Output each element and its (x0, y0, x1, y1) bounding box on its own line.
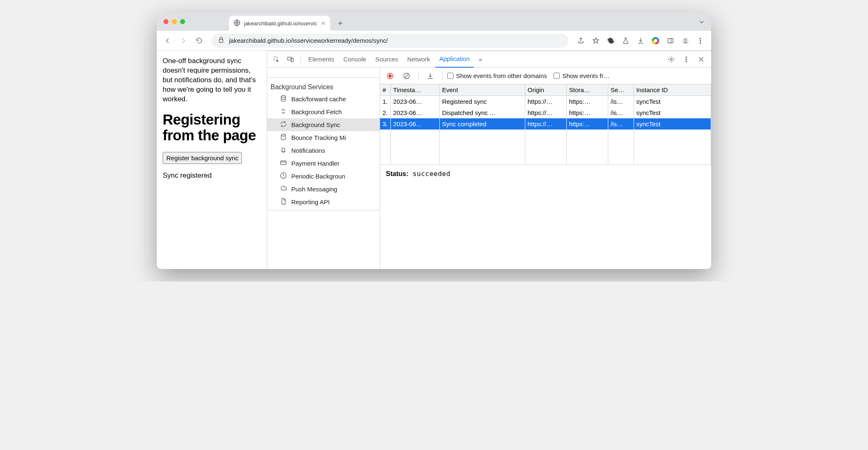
events-toolbar: Show events from other domains Show even… (380, 68, 711, 84)
notifications-icon (280, 146, 287, 155)
inspect-element-button[interactable] (270, 53, 283, 66)
sidebar-item-payment-handler[interactable]: Payment Handler (267, 157, 380, 170)
column-header[interactable]: Se… (608, 84, 634, 96)
svg-rect-1 (219, 39, 223, 42)
table-row[interactable]: 2.2023-06…Dispatched sync …https://…http… (380, 107, 711, 118)
record-button[interactable] (383, 69, 397, 83)
close-tab-button[interactable] (320, 20, 326, 26)
push-messaging-icon (280, 185, 287, 193)
column-header[interactable]: Event (439, 84, 525, 96)
show-other-domains-checkbox[interactable]: Show events from other domains (447, 72, 547, 79)
sidebar-item-periodic-backgroun[interactable]: Periodic Backgroun (267, 170, 380, 183)
devtools-sidebar: Background Services Back/forward cacheBa… (267, 68, 380, 269)
bookmark-button[interactable] (589, 34, 602, 47)
clear-button[interactable] (400, 69, 413, 83)
background-sync-icon (280, 120, 287, 129)
devtools-tab-console[interactable]: Console (339, 51, 371, 68)
svg-rect-2 (668, 38, 673, 43)
column-header[interactable]: # (380, 84, 390, 96)
labs-button[interactable] (619, 34, 632, 47)
google-apps-button[interactable] (649, 34, 662, 47)
forward-button[interactable] (177, 34, 190, 47)
table-row-empty (380, 130, 711, 141)
fullscreen-window-button[interactable] (180, 19, 185, 24)
page-heading: Registering from the page (163, 112, 261, 144)
web-page: One-off background sync doesn't require … (157, 51, 267, 269)
column-header[interactable]: Instance ID (634, 84, 711, 96)
sidebar-item-label: Back/forward cache (291, 95, 346, 103)
minimize-window-button[interactable] (172, 19, 177, 24)
sidebar-item-notifications[interactable]: Notifications (267, 144, 380, 157)
extensions-button[interactable] (604, 34, 617, 47)
events-table: #Timesta…EventOriginStora…Se…Instance ID… (380, 84, 711, 165)
reporting-api-icon (280, 198, 287, 206)
register-sync-button[interactable]: Register background sync (163, 152, 242, 164)
tab-title: jakearchibald.github.io/isservic (244, 20, 317, 27)
svg-rect-17 (280, 161, 286, 165)
sidebar-item-background-sync[interactable]: Background Sync (267, 118, 380, 131)
browser-tab[interactable]: jakearchibald.github.io/isservic (229, 16, 330, 31)
close-window-button[interactable] (163, 19, 168, 24)
background-fetch-icon (280, 108, 287, 116)
more-tabs-button[interactable]: » (475, 51, 486, 68)
svg-point-6 (700, 40, 701, 41)
table-row-empty (380, 153, 711, 164)
devtools-settings-button[interactable] (665, 53, 678, 66)
devtools-menu-button[interactable] (680, 53, 693, 66)
sidebar-item-bounce-tracking-mi[interactable]: Bounce Tracking Mi (267, 131, 380, 144)
devtools-panel: ElementsConsoleSourcesNetworkApplication… (267, 51, 711, 269)
device-toggle-button[interactable] (284, 53, 297, 66)
new-tab-button[interactable] (334, 17, 346, 29)
svg-point-13 (686, 59, 687, 59)
sidebar-item-back-forward-cache[interactable]: Back/forward cache (267, 93, 380, 105)
sidebar-item-label: Payment Handler (291, 160, 339, 167)
table-header-row: #Timesta…EventOriginStora…Se…Instance ID (380, 84, 711, 96)
devtools-tab-elements[interactable]: Elements (304, 51, 339, 68)
profile-button[interactable] (679, 34, 692, 47)
svg-point-14 (686, 61, 687, 62)
devtools-tab-sources[interactable]: Sources (371, 51, 402, 68)
payment-handler-icon (280, 159, 287, 168)
chrome-menu-button[interactable] (694, 34, 707, 47)
sidebar-item-background-fetch[interactable]: Background Fetch (267, 105, 380, 118)
sidebar-item-label: Reporting API (291, 198, 330, 205)
svg-point-7 (700, 42, 701, 43)
back-forward-cache-icon (280, 95, 287, 103)
browser-window: jakearchibald.github.io/isservic jakearc… (157, 12, 711, 269)
devtools-main: Show events from other domains Show even… (380, 68, 711, 269)
reload-button[interactable] (193, 34, 206, 47)
checkbox-label: Show events fr… (562, 72, 610, 79)
table-row[interactable]: 1.2023-06…Registered synchttps://…https:… (380, 96, 711, 108)
sidebar-item-label: Background Fetch (291, 108, 342, 115)
show-events-filter-checkbox[interactable]: Show events fr… (553, 72, 610, 79)
sidebar-item-reporting-api[interactable]: Reporting API (267, 196, 380, 208)
tabs-dropdown-button[interactable] (698, 18, 705, 27)
table-row[interactable]: 3.2023-06…Sync completedhttps://…https:…… (380, 118, 711, 130)
share-button[interactable] (574, 34, 588, 47)
column-header[interactable]: Timesta… (390, 84, 439, 96)
devtools-tab-application[interactable]: Application (435, 51, 474, 68)
devtools-tab-network[interactable]: Network (403, 51, 434, 68)
column-header[interactable]: Origin (525, 84, 566, 96)
content-area: One-off background sync doesn't require … (157, 51, 711, 269)
sidebar-section-title: Background Services (267, 78, 380, 93)
page-intro-text: One-off background sync doesn't require … (163, 56, 261, 104)
page-status-text: Sync registered (163, 171, 261, 180)
column-header[interactable]: Stora… (566, 84, 608, 96)
sidebar-item-push-messaging[interactable]: Push Messaging (267, 183, 380, 196)
devtools-close-button[interactable] (695, 53, 708, 66)
checkbox-label: Show events from other domains (456, 72, 547, 79)
side-panel-button[interactable] (664, 34, 677, 47)
svg-point-12 (686, 56, 687, 57)
save-button[interactable] (424, 69, 437, 83)
sidebar-item-label: Notifications (291, 147, 325, 154)
toolbar-actions (574, 34, 707, 47)
svg-point-20 (389, 75, 391, 77)
address-bar[interactable]: jakearchibald.github.io/isserviceworkerr… (212, 34, 568, 48)
downloads-button[interactable] (634, 34, 647, 47)
periodic-backgroun-icon (280, 172, 287, 181)
back-button[interactable] (161, 34, 174, 47)
bounce-tracking-mi-icon (280, 133, 287, 142)
svg-point-11 (671, 58, 673, 60)
sidebar-item-label: Background Sync (291, 121, 340, 128)
